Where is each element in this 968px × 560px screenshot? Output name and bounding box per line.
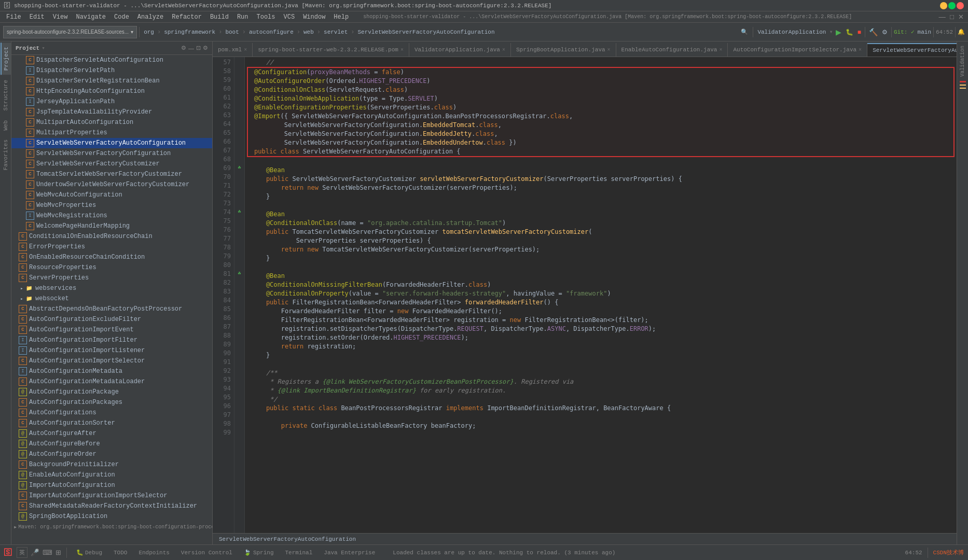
breadcrumb-classname[interactable]: ServletWebServerFactoryAutoConfiguration (355, 28, 496, 36)
debug-tab[interactable]: 🐛Debug (72, 548, 106, 557)
spring-tab[interactable]: 🍃 Spring (240, 548, 278, 557)
list-item[interactable]: @SpringBootApplication (11, 511, 212, 522)
lang-toggle[interactable]: 英 (17, 547, 27, 558)
menu-run[interactable]: Run (233, 12, 253, 22)
list-item[interactable]: CServletWebServerFactoryAutoConfiguratio… (11, 138, 212, 148)
list-item[interactable]: CErrorProperties (11, 242, 212, 252)
win-restore[interactable]: □ (948, 13, 956, 21)
maven-item[interactable]: ▸ Maven: org.springframework.boot:spring… (11, 522, 212, 532)
tab-servlet-factory[interactable]: ServletWebServerFactoryAutoConfiguration… (867, 43, 957, 57)
list-item[interactable]: CJspTemplateAvailabilityProvider (11, 107, 212, 117)
list-item[interactable]: @AutoConfigureBefore (11, 439, 212, 449)
breadcrumb-boot[interactable]: boot (223, 28, 241, 36)
win-close[interactable]: ✕ (956, 13, 966, 21)
list-item[interactable]: @AutoConfigureAfter (11, 428, 212, 439)
list-item[interactable]: @ImportAutoConfiguration (11, 480, 212, 491)
list-item[interactable]: CAutoConfigurationPackages (11, 397, 212, 408)
list-item[interactable]: IDispatcherServletPath (11, 65, 212, 76)
list-item[interactable]: CMultipartProperties (11, 128, 212, 138)
list-item[interactable]: ▸📁webservices (11, 283, 212, 293)
list-item[interactable]: IAutoConfigurationMetadata (11, 366, 212, 376)
grid-button[interactable]: ⊞ (56, 549, 61, 556)
list-item[interactable]: IWebMvcRegistrations (11, 211, 212, 221)
breadcrumb-servlet[interactable]: servlet (322, 28, 350, 36)
list-item[interactable]: IAutoConfigurationImportFilter (11, 335, 212, 345)
project-collapse-icon[interactable]: — (188, 45, 194, 51)
list-item[interactable]: CConditionalOnEnabledResourceChain (11, 231, 212, 242)
menu-tools[interactable]: Tools (253, 12, 280, 22)
list-item[interactable]: CAutoConfigurationImportEvent (11, 325, 212, 335)
menu-edit[interactable]: Edit (25, 12, 49, 22)
menu-navigate[interactable]: Navigate (72, 12, 110, 22)
menu-view[interactable]: View (49, 12, 72, 22)
tab-project[interactable]: Project (1, 43, 11, 75)
toolbar-project-button[interactable]: spring-boot-autoconfigure-2.3.2.RELEASE-… (3, 26, 137, 38)
menu-vcs[interactable]: VCS (280, 12, 299, 22)
menu-file[interactable]: File (2, 12, 25, 22)
tab-structure[interactable]: Structure (1, 76, 10, 115)
list-item[interactable]: CDispatcherServletRegistrationBean (11, 76, 212, 86)
list-item[interactable]: IJerseyApplicationPath (11, 96, 212, 107)
list-item[interactable]: CHttpEncodingAutoConfiguration (11, 86, 212, 96)
tab-close-icon[interactable]: × (502, 47, 505, 53)
maximize-button[interactable] (948, 2, 956, 9)
tab-web[interactable]: Web (1, 116, 10, 135)
code-content[interactable]: // @Configuration(proxyBeanMethods = fal… (245, 57, 957, 533)
tab-springboot-app[interactable]: SpringBootApplication.java× (511, 43, 616, 57)
list-item[interactable]: CWebMvcAutoConfiguration (11, 190, 212, 200)
list-item[interactable]: COnEnabledResourceChainCondition (11, 252, 212, 262)
tab-close-icon[interactable]: × (719, 47, 722, 53)
stop-button[interactable]: ■ (856, 29, 863, 36)
git-branch[interactable]: main (918, 29, 931, 35)
close-button[interactable] (957, 2, 964, 9)
list-item[interactable]: CDispatcherServletAutoConfiguration (11, 55, 212, 65)
list-item[interactable]: CAbstractDependsOnBeanFactoryPostProcess… (11, 304, 212, 314)
list-item[interactable]: @AutoConfigurationPackage (11, 387, 212, 397)
breadcrumb-autoconfigure[interactable]: autoconfigure (247, 28, 296, 36)
settings-button[interactable]: ⚙ (880, 29, 889, 36)
list-item[interactable]: CServletWebServerFactoryCustomizer (11, 159, 212, 169)
tab-close-icon[interactable]: × (244, 47, 247, 53)
list-item[interactable]: CWebMvcProperties (11, 200, 212, 211)
menu-help[interactable]: Help (329, 12, 353, 22)
project-gear-icon[interactable]: ⚙ (203, 45, 208, 51)
list-item[interactable]: @AutoConfigureOrder (11, 449, 212, 459)
list-item[interactable]: CTomcatServletWebServerFactoryCustomizer (11, 169, 212, 179)
list-item[interactable]: CUndertowServletWebServerFactoryCustomiz… (11, 179, 212, 190)
tab-close-icon[interactable]: × (859, 47, 862, 53)
todo-tab[interactable]: TODO (109, 549, 131, 557)
list-item[interactable]: CImportAutoConfigurationImportSelector (11, 491, 212, 501)
list-item[interactable]: CResourceProperties (11, 262, 212, 273)
keyboard-button[interactable]: ⌨ (43, 549, 52, 556)
debug-button[interactable]: 🐛 (844, 29, 855, 36)
list-item[interactable]: @EnableAutoConfiguration (11, 470, 212, 480)
terminal-tab[interactable]: Terminal (281, 549, 316, 557)
list-item[interactable]: IAutoConfigurationImportListener (11, 345, 212, 356)
tab-auto-import[interactable]: AutoConfigurationImportSelector.java× (728, 43, 867, 57)
tab-close-icon[interactable]: × (400, 47, 404, 53)
list-item[interactable]: CAutoConfigurations (11, 408, 212, 418)
menu-code[interactable]: Code (110, 12, 133, 22)
tab-pom-xml[interactable]: pom.xml× (213, 43, 253, 57)
tab-favorites[interactable]: Favorites (1, 135, 10, 174)
tab-close-icon[interactable]: × (607, 47, 611, 53)
breadcrumb-org[interactable]: org (142, 28, 156, 36)
list-item[interactable]: CAutoConfigurationSorter (11, 418, 212, 428)
menu-window[interactable]: Window (299, 12, 329, 22)
menu-analyze[interactable]: Analyze (133, 12, 168, 22)
list-item[interactable]: CAutoConfigurationMetadataLoader (11, 376, 212, 387)
menu-build[interactable]: Build (206, 12, 233, 22)
version-control-tab[interactable]: Version Control (177, 549, 237, 557)
list-item[interactable]: CMultipartAutoConfiguration (11, 117, 212, 128)
list-item[interactable]: ▸📁websocket (11, 293, 212, 304)
voice-button[interactable]: 🎤 (31, 549, 39, 556)
notification-button[interactable]: 🔔 (958, 29, 965, 35)
win-minimize[interactable]: — (937, 13, 948, 21)
list-item[interactable]: CBackgroundPreinitializer (11, 459, 212, 470)
build-button[interactable]: 🔨 (867, 28, 879, 36)
list-item[interactable]: CAutoConfigurationExcludeFilter (11, 314, 212, 325)
breadcrumb-web[interactable]: web (301, 28, 316, 36)
endpoints-tab[interactable]: Endpoints (134, 549, 173, 557)
tab-spring-web[interactable]: spring-boot-starter-web-2.3.2.RELEASE.po… (253, 43, 409, 57)
minimize-button[interactable] (940, 2, 947, 9)
